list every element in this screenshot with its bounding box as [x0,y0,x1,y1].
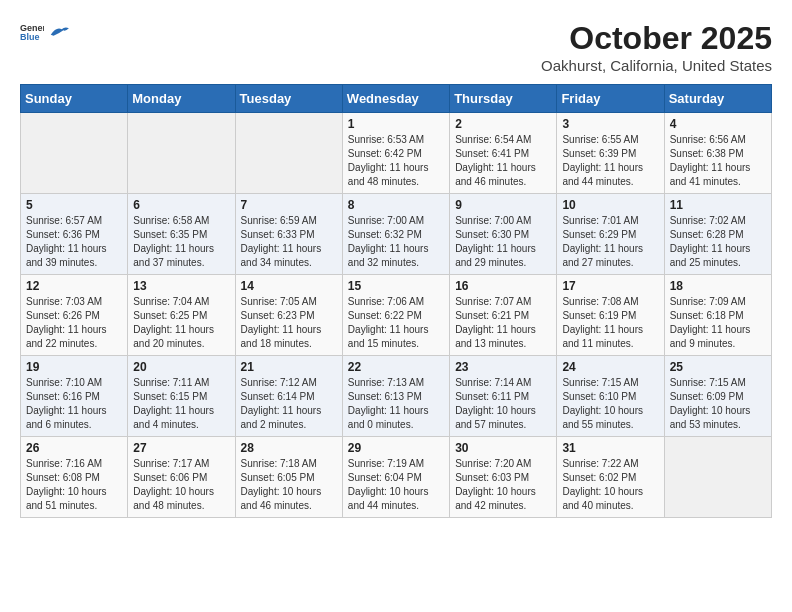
day-number: 27 [133,441,229,455]
calendar-cell: 5Sunrise: 6:57 AM Sunset: 6:36 PM Daylig… [21,194,128,275]
day-number: 29 [348,441,444,455]
calendar-cell [21,113,128,194]
day-number: 18 [670,279,766,293]
day-info: Sunrise: 7:00 AM Sunset: 6:30 PM Dayligh… [455,214,551,270]
day-number: 31 [562,441,658,455]
calendar-cell: 24Sunrise: 7:15 AM Sunset: 6:10 PM Dayli… [557,356,664,437]
day-info: Sunrise: 7:00 AM Sunset: 6:32 PM Dayligh… [348,214,444,270]
calendar-cell: 10Sunrise: 7:01 AM Sunset: 6:29 PM Dayli… [557,194,664,275]
weekday-header-monday: Monday [128,85,235,113]
page-header: General Blue October 2025 Oakhurst, Cali… [20,20,772,74]
day-info: Sunrise: 7:18 AM Sunset: 6:05 PM Dayligh… [241,457,337,513]
day-info: Sunrise: 7:11 AM Sunset: 6:15 PM Dayligh… [133,376,229,432]
day-number: 6 [133,198,229,212]
day-info: Sunrise: 7:04 AM Sunset: 6:25 PM Dayligh… [133,295,229,351]
logo: General Blue [20,20,70,44]
calendar-cell [235,113,342,194]
day-number: 17 [562,279,658,293]
day-number: 28 [241,441,337,455]
day-number: 2 [455,117,551,131]
location-title: Oakhurst, California, United States [541,57,772,74]
day-number: 22 [348,360,444,374]
day-info: Sunrise: 7:01 AM Sunset: 6:29 PM Dayligh… [562,214,658,270]
weekday-header-thursday: Thursday [450,85,557,113]
day-info: Sunrise: 7:13 AM Sunset: 6:13 PM Dayligh… [348,376,444,432]
day-number: 23 [455,360,551,374]
day-number: 3 [562,117,658,131]
calendar-cell: 11Sunrise: 7:02 AM Sunset: 6:28 PM Dayli… [664,194,771,275]
day-info: Sunrise: 7:12 AM Sunset: 6:14 PM Dayligh… [241,376,337,432]
calendar-cell: 30Sunrise: 7:20 AM Sunset: 6:03 PM Dayli… [450,437,557,518]
day-number: 1 [348,117,444,131]
calendar-cell: 3Sunrise: 6:55 AM Sunset: 6:39 PM Daylig… [557,113,664,194]
day-number: 19 [26,360,122,374]
calendar-cell: 13Sunrise: 7:04 AM Sunset: 6:25 PM Dayli… [128,275,235,356]
day-info: Sunrise: 7:16 AM Sunset: 6:08 PM Dayligh… [26,457,122,513]
logo-bird-icon [48,21,70,43]
day-number: 7 [241,198,337,212]
day-info: Sunrise: 6:55 AM Sunset: 6:39 PM Dayligh… [562,133,658,189]
day-number: 4 [670,117,766,131]
day-info: Sunrise: 7:15 AM Sunset: 6:10 PM Dayligh… [562,376,658,432]
calendar-cell: 18Sunrise: 7:09 AM Sunset: 6:18 PM Dayli… [664,275,771,356]
calendar-cell: 9Sunrise: 7:00 AM Sunset: 6:30 PM Daylig… [450,194,557,275]
day-info: Sunrise: 6:53 AM Sunset: 6:42 PM Dayligh… [348,133,444,189]
svg-text:Blue: Blue [20,32,40,42]
calendar-cell: 29Sunrise: 7:19 AM Sunset: 6:04 PM Dayli… [342,437,449,518]
calendar-cell: 17Sunrise: 7:08 AM Sunset: 6:19 PM Dayli… [557,275,664,356]
calendar-cell: 8Sunrise: 7:00 AM Sunset: 6:32 PM Daylig… [342,194,449,275]
month-title: October 2025 [541,20,772,57]
day-number: 14 [241,279,337,293]
day-info: Sunrise: 7:06 AM Sunset: 6:22 PM Dayligh… [348,295,444,351]
day-info: Sunrise: 7:17 AM Sunset: 6:06 PM Dayligh… [133,457,229,513]
day-info: Sunrise: 7:02 AM Sunset: 6:28 PM Dayligh… [670,214,766,270]
day-info: Sunrise: 7:20 AM Sunset: 6:03 PM Dayligh… [455,457,551,513]
weekday-header-tuesday: Tuesday [235,85,342,113]
day-number: 15 [348,279,444,293]
calendar-cell: 1Sunrise: 6:53 AM Sunset: 6:42 PM Daylig… [342,113,449,194]
day-info: Sunrise: 6:56 AM Sunset: 6:38 PM Dayligh… [670,133,766,189]
day-info: Sunrise: 7:09 AM Sunset: 6:18 PM Dayligh… [670,295,766,351]
day-number: 20 [133,360,229,374]
day-info: Sunrise: 7:03 AM Sunset: 6:26 PM Dayligh… [26,295,122,351]
day-number: 10 [562,198,658,212]
day-info: Sunrise: 7:05 AM Sunset: 6:23 PM Dayligh… [241,295,337,351]
day-number: 24 [562,360,658,374]
calendar-cell [128,113,235,194]
title-block: October 2025 Oakhurst, California, Unite… [541,20,772,74]
day-info: Sunrise: 6:59 AM Sunset: 6:33 PM Dayligh… [241,214,337,270]
weekday-header-wednesday: Wednesday [342,85,449,113]
day-number: 5 [26,198,122,212]
calendar-table: SundayMondayTuesdayWednesdayThursdayFrid… [20,84,772,518]
calendar-cell: 26Sunrise: 7:16 AM Sunset: 6:08 PM Dayli… [21,437,128,518]
day-number: 11 [670,198,766,212]
calendar-cell: 20Sunrise: 7:11 AM Sunset: 6:15 PM Dayli… [128,356,235,437]
day-number: 21 [241,360,337,374]
calendar-cell: 27Sunrise: 7:17 AM Sunset: 6:06 PM Dayli… [128,437,235,518]
day-info: Sunrise: 6:58 AM Sunset: 6:35 PM Dayligh… [133,214,229,270]
day-number: 30 [455,441,551,455]
day-number: 26 [26,441,122,455]
day-number: 16 [455,279,551,293]
calendar-cell: 22Sunrise: 7:13 AM Sunset: 6:13 PM Dayli… [342,356,449,437]
calendar-cell: 12Sunrise: 7:03 AM Sunset: 6:26 PM Dayli… [21,275,128,356]
calendar-cell: 21Sunrise: 7:12 AM Sunset: 6:14 PM Dayli… [235,356,342,437]
day-info: Sunrise: 7:10 AM Sunset: 6:16 PM Dayligh… [26,376,122,432]
calendar-cell: 23Sunrise: 7:14 AM Sunset: 6:11 PM Dayli… [450,356,557,437]
calendar-cell: 25Sunrise: 7:15 AM Sunset: 6:09 PM Dayli… [664,356,771,437]
calendar-cell: 2Sunrise: 6:54 AM Sunset: 6:41 PM Daylig… [450,113,557,194]
day-info: Sunrise: 6:54 AM Sunset: 6:41 PM Dayligh… [455,133,551,189]
day-number: 9 [455,198,551,212]
day-info: Sunrise: 7:08 AM Sunset: 6:19 PM Dayligh… [562,295,658,351]
calendar-cell [664,437,771,518]
day-number: 12 [26,279,122,293]
day-info: Sunrise: 7:14 AM Sunset: 6:11 PM Dayligh… [455,376,551,432]
calendar-cell: 14Sunrise: 7:05 AM Sunset: 6:23 PM Dayli… [235,275,342,356]
logo-icon: General Blue [20,20,44,44]
day-info: Sunrise: 7:07 AM Sunset: 6:21 PM Dayligh… [455,295,551,351]
weekday-header-saturday: Saturday [664,85,771,113]
day-info: Sunrise: 7:22 AM Sunset: 6:02 PM Dayligh… [562,457,658,513]
calendar-cell: 7Sunrise: 6:59 AM Sunset: 6:33 PM Daylig… [235,194,342,275]
calendar-cell: 16Sunrise: 7:07 AM Sunset: 6:21 PM Dayli… [450,275,557,356]
day-number: 25 [670,360,766,374]
